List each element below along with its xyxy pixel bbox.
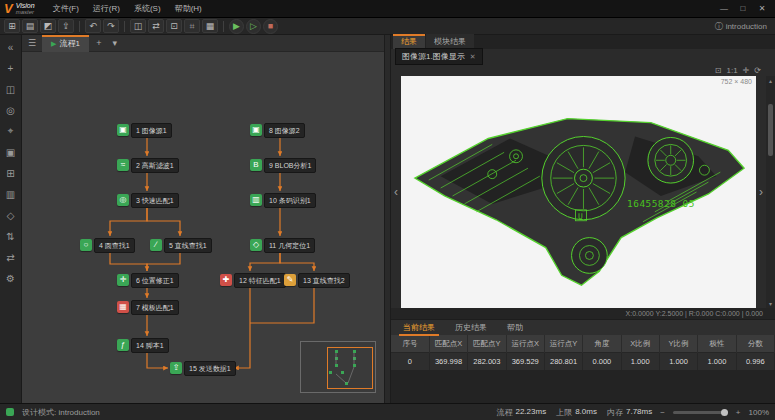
scroll-down-icon[interactable]: ▾ xyxy=(769,300,772,307)
flow-node-m6[interactable]: ✎13 直线查找2 xyxy=(284,273,350,287)
close-button[interactable]: ✕ xyxy=(753,2,771,15)
table-header: X比例 xyxy=(621,335,659,353)
zoom-in-icon[interactable]: + xyxy=(736,408,741,417)
toolbar-separator xyxy=(223,21,224,32)
zoom-1to1-icon[interactable]: 1:1 xyxy=(726,66,737,75)
data-queue-icon[interactable]: ▦ xyxy=(202,19,218,33)
scroll-up-icon[interactable]: ▴ xyxy=(769,77,772,84)
flow-menu-icon[interactable]: ☰ xyxy=(26,38,38,48)
minimize-button[interactable]: — xyxy=(715,2,733,15)
calibration-tool-icon[interactable]: ⊞ xyxy=(3,166,18,180)
table-cell: 0.996 xyxy=(736,353,774,371)
module-display-pill[interactable]: 图像源1.图像显示 ✕ xyxy=(395,48,483,65)
communication-manager-icon[interactable]: ⇄ xyxy=(148,19,164,33)
run-once-button[interactable]: ▶ xyxy=(229,19,244,34)
match-tool-icon[interactable]: ◎ xyxy=(3,103,18,117)
flow-node-m4[interactable]: ◇11 几何定位1 xyxy=(250,238,315,252)
toolbar-separator xyxy=(124,21,125,32)
window-controls: — □ ✕ xyxy=(715,2,771,15)
account-label[interactable]: ⓘ introduction xyxy=(715,21,771,32)
flow-node-n6[interactable]: ✛6 位置修正1 xyxy=(117,273,179,287)
tab-result-view[interactable]: 结果 xyxy=(393,34,425,49)
open-solution-icon[interactable]: ▤ xyxy=(22,19,38,33)
menu-system[interactable]: 系统(S) xyxy=(128,1,167,16)
logo-line1: Vision xyxy=(16,2,35,9)
result-table[interactable]: 序号匹配点X匹配点Y运行点X运行点Y角度X比例Y比例极性分数 0369.9982… xyxy=(391,335,775,370)
minimap-viewport[interactable] xyxy=(327,347,373,389)
status-stat: 上限8.0ms xyxy=(556,407,597,418)
flow-node-n15[interactable]: ⇪15 发送数据1 xyxy=(170,361,236,375)
measure-tool-icon[interactable]: ⌖ xyxy=(3,124,18,138)
image-canvas[interactable]: U 16455828 05 752 × 480 xyxy=(401,76,756,308)
flow-node-n3[interactable]: ◎3 快速匹配1 xyxy=(117,193,179,207)
module-icon: ○ xyxy=(80,239,92,251)
undo-icon[interactable]: ↶ xyxy=(85,19,101,33)
crosshair-icon[interactable]: ✛ xyxy=(743,66,750,75)
flow-node-m1[interactable]: ▣8 图像源2 xyxy=(250,123,305,137)
status-stat: 流程22.23ms xyxy=(496,407,546,418)
tab-history-result[interactable]: 历史结果 xyxy=(445,320,497,335)
scrollbar-thumb[interactable] xyxy=(768,104,773,156)
menu-help[interactable]: 帮助(H) xyxy=(169,1,208,16)
flow-node-n1[interactable]: ▣1 图像源1 xyxy=(117,123,172,137)
module-label: 8 图像源2 xyxy=(264,123,305,138)
tab-help[interactable]: 帮助 xyxy=(497,320,533,335)
module-label: 11 几何定位1 xyxy=(264,238,315,253)
flow-node-m3[interactable]: ▥10 条码识别1 xyxy=(250,193,316,207)
flow-list-dropdown[interactable]: ▾ xyxy=(109,38,121,48)
marker-label: U xyxy=(578,212,583,221)
zoom-slider-thumb[interactable] xyxy=(721,409,728,416)
system-settings-icon[interactable]: ⚙ xyxy=(3,271,18,285)
deep-learning-tool-icon[interactable]: ◇ xyxy=(3,208,18,222)
zoom-slider[interactable] xyxy=(673,411,728,414)
communication-tool-icon[interactable]: ⇄ xyxy=(3,250,18,264)
collapse-sidebar-icon[interactable]: « xyxy=(3,40,18,54)
global-variable-icon[interactable]: ⊡ xyxy=(166,19,182,33)
module-label: 2 高斯滤波1 xyxy=(131,158,179,173)
save-solution-icon[interactable]: ◩ xyxy=(40,19,56,33)
bottom-wheel-feature xyxy=(572,238,608,274)
tab-module-result[interactable]: 模块结果 xyxy=(426,34,474,49)
refresh-icon[interactable]: ⟳ xyxy=(754,66,761,75)
new-solution-icon[interactable]: ⊞ xyxy=(4,19,20,33)
next-image-chevron[interactable]: › xyxy=(756,76,766,308)
flow-tab[interactable]: ▶ 流程1 xyxy=(42,35,89,52)
recognition-tool-icon[interactable]: ▥ xyxy=(3,187,18,201)
logic-tool-icon[interactable]: ⇅ xyxy=(3,229,18,243)
flow-node-n7[interactable]: ▦7 模板匹配1 xyxy=(117,300,179,314)
flow-node-n2[interactable]: ≈2 高斯滤波1 xyxy=(117,158,179,172)
flow-canvas[interactable]: ▣1 图像源1≈2 高斯滤波1◎3 快速匹配1○4 圆查找1∕5 直线查找1✛6… xyxy=(22,52,384,403)
run-continuous-button[interactable]: ▷ xyxy=(246,19,261,34)
table-cell: 0.000 xyxy=(583,353,621,371)
redo-icon[interactable]: ↷ xyxy=(103,19,119,33)
table-header: Y比例 xyxy=(659,335,697,353)
add-module-icon[interactable]: + xyxy=(3,61,18,75)
flow-node-n4[interactable]: ○4 圆查找1 xyxy=(80,238,135,252)
tab-current-result[interactable]: 当前结果 xyxy=(393,320,445,335)
left-toolbar: «+◫◎⌖▣⊞▥◇⇅⇄⚙ xyxy=(0,35,22,403)
vertical-scrollbar[interactable]: ▴ ▾ xyxy=(766,76,775,308)
zoom-out-icon[interactable]: − xyxy=(660,408,665,417)
blob-tool-icon[interactable]: ▣ xyxy=(3,145,18,159)
global-script-icon[interactable]: ⌗ xyxy=(184,19,200,33)
stop-button[interactable]: ■ xyxy=(263,19,278,34)
add-flow-button[interactable]: + xyxy=(93,38,105,48)
result-table-empty-area xyxy=(391,370,775,403)
flow-node-m5[interactable]: ✚12 特征匹配1 xyxy=(220,273,286,287)
flow-node-n14[interactable]: ƒ14 脚本1 xyxy=(117,338,169,352)
export-solution-icon[interactable]: ⇪ xyxy=(58,19,74,33)
menu-run[interactable]: 运行(R) xyxy=(87,1,126,16)
prev-image-chevron[interactable]: ‹ xyxy=(391,76,401,308)
maximize-button[interactable]: □ xyxy=(734,2,752,15)
camera-manager-icon[interactable]: ◫ xyxy=(130,19,146,33)
flow-node-m2[interactable]: B9 BLOB分析1 xyxy=(250,158,316,172)
flow-minimap[interactable] xyxy=(300,341,376,393)
image-source-tool-icon[interactable]: ◫ xyxy=(3,82,18,96)
menu-file[interactable]: 文件(F) xyxy=(47,1,85,16)
close-icon[interactable]: ✕ xyxy=(470,53,476,61)
panel-splitter[interactable] xyxy=(384,35,391,403)
result-tabs: 当前结果历史结果帮助 xyxy=(391,319,775,335)
flow-node-n5[interactable]: ∕5 直线查找1 xyxy=(150,238,212,252)
table-row[interactable]: 0369.998282.003369.529280.8010.0001.0001… xyxy=(391,353,775,371)
fit-view-icon[interactable]: ⊡ xyxy=(715,66,722,75)
